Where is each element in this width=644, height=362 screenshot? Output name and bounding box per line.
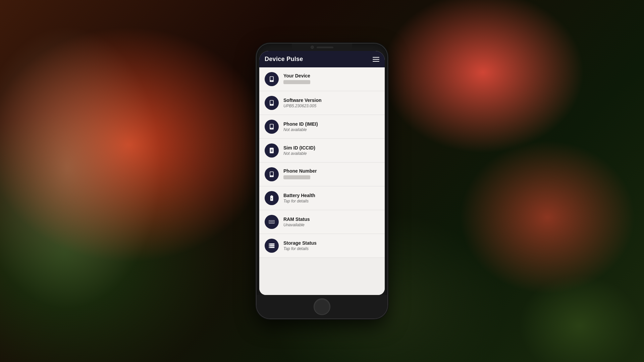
sim-id-title: Sim ID (ICCID) bbox=[283, 145, 379, 150]
imei-icon bbox=[268, 123, 275, 130]
device-info-list[interactable]: Your Device Software Version UPB5.230623… bbox=[259, 67, 385, 295]
list-item-phone-id[interactable]: Phone ID (IMEI) Not available bbox=[259, 115, 385, 139]
storage-status-title: Storage Status bbox=[283, 240, 379, 246]
list-item-battery-health[interactable]: Battery Health Tap for details bbox=[259, 186, 385, 210]
list-item-ram-status[interactable]: RAM Status Unavailable bbox=[259, 210, 385, 234]
storage-status-text: Storage Status Tap for details bbox=[283, 240, 379, 251]
ram-status-title: RAM Status bbox=[283, 217, 379, 222]
sim-id-text: Sim ID (ICCID) Not available bbox=[283, 145, 379, 156]
ram-status-subtitle: Unavailable bbox=[283, 223, 379, 227]
front-camera bbox=[311, 46, 314, 49]
phone-container: Device Pulse Your Devi bbox=[257, 44, 387, 318]
hamburger-line-2 bbox=[373, 59, 379, 60]
hand-overlay bbox=[0, 0, 184, 362]
battery-health-text: Battery Health Tap for details bbox=[283, 193, 379, 203]
ram-status-icon-wrap bbox=[265, 215, 279, 229]
smartphone-icon bbox=[268, 76, 275, 82]
your-device-title: Your Device bbox=[283, 73, 379, 78]
phone-screen: Device Pulse Your Devi bbox=[259, 51, 385, 295]
ram-status-text: RAM Status Unavailable bbox=[283, 217, 379, 227]
phone-number-text: Phone Number bbox=[283, 168, 379, 180]
your-device-icon-wrap bbox=[265, 72, 279, 86]
software-version-text: Software Version UPB5.230623.005 bbox=[283, 98, 379, 108]
list-item-your-device[interactable]: Your Device bbox=[259, 67, 385, 91]
hamburger-line-1 bbox=[373, 57, 379, 58]
phone-number-subtitle-blurred bbox=[283, 175, 310, 179]
battery-icon bbox=[268, 195, 275, 201]
app-title: Device Pulse bbox=[265, 56, 303, 63]
battery-health-icon-wrap bbox=[265, 191, 279, 205]
list-item-phone-number[interactable]: Phone Number bbox=[259, 163, 385, 186]
battery-health-subtitle: Tap for details bbox=[283, 199, 379, 203]
phone-number-title: Phone Number bbox=[283, 168, 379, 174]
list-item-sim-id[interactable]: Sim ID (ICCID) Not available bbox=[259, 139, 385, 163]
storage-status-icon-wrap bbox=[265, 239, 279, 253]
sim-id-subtitle: Not available bbox=[283, 151, 379, 156]
software-version-subtitle: UPB5.230623.005 bbox=[283, 104, 379, 108]
sim-id-icon-wrap bbox=[265, 143, 279, 158]
phone-id-subtitle: Not available bbox=[283, 127, 379, 132]
home-button[interactable] bbox=[314, 298, 330, 315]
app-header: Device Pulse bbox=[259, 51, 385, 67]
storage-icon bbox=[268, 242, 275, 249]
phone-number-icon bbox=[268, 171, 275, 178]
list-item-software-version[interactable]: Software Version UPB5.230623.005 bbox=[259, 91, 385, 115]
battery-health-title: Battery Health bbox=[283, 193, 379, 198]
software-version-icon-wrap bbox=[265, 96, 279, 110]
your-device-text: Your Device bbox=[283, 73, 379, 85]
phone-frame: Device Pulse Your Devi bbox=[257, 44, 387, 318]
phone-number-icon-wrap bbox=[265, 167, 279, 181]
phone-id-text: Phone ID (IMEI) Not available bbox=[283, 121, 379, 132]
phone-top-bar bbox=[292, 44, 352, 51]
list-item-storage-status[interactable]: Storage Status Tap for details bbox=[259, 234, 385, 258]
phone-bottom-bar bbox=[257, 295, 387, 318]
chip-icon bbox=[268, 100, 275, 106]
phone-id-icon-wrap bbox=[265, 120, 279, 134]
storage-status-subtitle: Tap for details bbox=[283, 246, 379, 251]
hamburger-menu-button[interactable] bbox=[373, 57, 379, 62]
phone-id-title: Phone ID (IMEI) bbox=[283, 121, 379, 127]
your-device-subtitle-blurred bbox=[283, 80, 310, 84]
phone-speaker bbox=[317, 47, 333, 48]
sim-icon bbox=[268, 147, 275, 154]
hamburger-line-3 bbox=[373, 61, 379, 62]
memory-icon bbox=[268, 219, 275, 225]
software-version-title: Software Version bbox=[283, 98, 379, 103]
